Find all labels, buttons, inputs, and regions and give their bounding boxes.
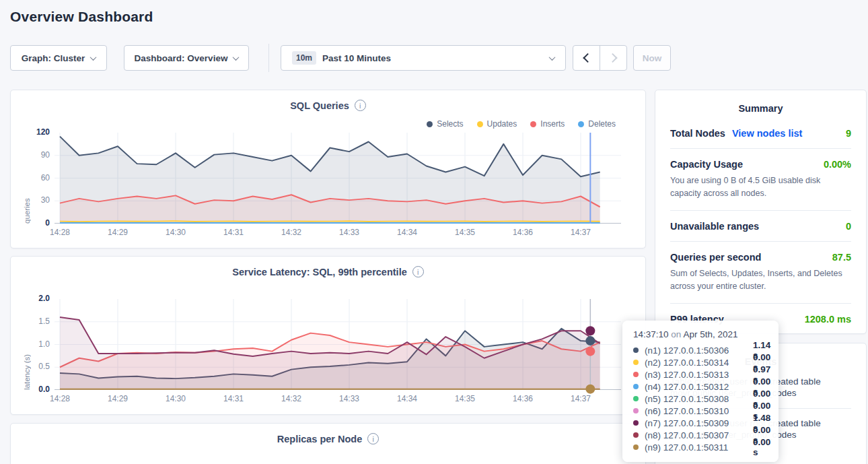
x-tick: 14:36 bbox=[507, 394, 539, 403]
tooltip-node-row: (n3) 127.0.0.1:503130.97 s bbox=[633, 368, 768, 380]
node-color-dot bbox=[633, 408, 639, 413]
y-tick: 0.0 bbox=[20, 385, 50, 394]
queries-per-second-value: 87.5 bbox=[832, 252, 851, 263]
node-address: (n3) 127.0.0.1:50313 bbox=[645, 370, 747, 380]
x-tick: 14:34 bbox=[391, 228, 423, 237]
x-tick: 14:35 bbox=[449, 394, 481, 403]
tooltip-node-row: (n8) 127.0.0.1:503070.00 s bbox=[633, 429, 768, 441]
legend-item-selects[interactable]: Selects bbox=[427, 119, 463, 129]
unavailable-ranges-label: Unavailable ranges bbox=[670, 221, 759, 232]
now-button[interactable]: Now bbox=[633, 45, 671, 71]
p99-latency-value: 1208.0 ms bbox=[805, 314, 851, 325]
summary-card: Summary Total Nodes View nodes list 9 Ca… bbox=[655, 90, 867, 334]
y-tick: 90 bbox=[20, 150, 50, 160]
y-tick: 0.5 bbox=[20, 362, 50, 371]
sql-queries-legend: SelectsUpdatesInsertsDeletes bbox=[427, 119, 616, 129]
x-tick: 14:31 bbox=[217, 394, 250, 403]
y-tick: 1.0 bbox=[20, 339, 50, 349]
node-address: (n7) 127.0.0.1:50309 bbox=[645, 418, 747, 428]
replicas-title-row: Replicas per Node i bbox=[11, 433, 645, 444]
chevron-left-icon bbox=[583, 53, 592, 63]
legend-dot bbox=[477, 121, 483, 127]
tooltip-node-row: (n2) 127.0.0.1:503140.00 s bbox=[633, 356, 768, 368]
legend-item-deletes[interactable]: Deletes bbox=[578, 119, 616, 129]
tooltip-node-row: (n9) 127.0.0.1:503110.00 s bbox=[633, 441, 768, 453]
legend-dot bbox=[530, 121, 536, 127]
x-tick: 14:35 bbox=[449, 228, 481, 237]
total-nodes-label: Total Nodes bbox=[670, 128, 725, 139]
replicas-per-node-card: Replicas per Node i bbox=[10, 423, 646, 464]
next-time-button[interactable] bbox=[600, 46, 626, 70]
x-tick: 14:33 bbox=[333, 394, 365, 403]
info-icon[interactable]: i bbox=[367, 433, 379, 444]
queries-per-second-label: Queries per second bbox=[670, 252, 761, 263]
graph-dropdown[interactable]: Graph: Cluster bbox=[10, 45, 107, 71]
tooltip-timestamp: 14:37:10 on Apr 5th, 2021 bbox=[633, 329, 768, 339]
node-latency-value: 0.00 s bbox=[753, 437, 770, 457]
x-tick: 14:29 bbox=[102, 228, 134, 237]
service-latency-card: Service Latency: SQL, 99th percentile i … bbox=[10, 256, 646, 415]
toolbar: Graph: Cluster Dashboard: Overview 10m P… bbox=[10, 45, 858, 71]
dashboard-dropdown-label: Dashboard: Overview bbox=[135, 53, 228, 63]
x-tick: 14:30 bbox=[159, 228, 192, 237]
node-address: (n8) 127.0.0.1:50307 bbox=[645, 430, 747, 440]
page-title: Overview Dashboard bbox=[10, 9, 153, 25]
summary-row-qps: Queries per second 87.5 Sum of Selects, … bbox=[670, 242, 851, 304]
view-nodes-list-link[interactable]: View nodes list bbox=[732, 128, 803, 139]
chevron-down-icon bbox=[549, 54, 556, 61]
legend-label: Inserts bbox=[540, 119, 565, 129]
y-tick: 2.0 bbox=[20, 294, 50, 303]
node-address: (n4) 127.0.0.1:50312 bbox=[645, 382, 747, 392]
summary-title: Summary bbox=[655, 90, 866, 114]
node-color-dot bbox=[633, 444, 639, 450]
node-address: (n1) 127.0.0.1:50306 bbox=[645, 345, 747, 356]
info-icon[interactable]: i bbox=[412, 266, 424, 277]
tooltip-node-row: (n4) 127.0.0.1:503120.00 s bbox=[633, 380, 768, 393]
x-tick: 14:36 bbox=[507, 228, 539, 237]
x-tick: 14:34 bbox=[391, 394, 423, 403]
sql-queries-chart[interactable] bbox=[55, 133, 621, 225]
capacity-usage-description: You are using 0 B of 4.5 GiB usable disk… bbox=[670, 174, 851, 201]
legend-label: Selects bbox=[437, 119, 463, 129]
y-tick: 120 bbox=[20, 127, 50, 137]
graph-dropdown-label: Graph: Cluster bbox=[22, 53, 85, 63]
sql-queries-card: SQL Queries i SelectsUpdatesInsertsDelet… bbox=[10, 90, 646, 248]
x-tick: 14:37 bbox=[565, 228, 597, 237]
y-tick: 1.5 bbox=[20, 317, 50, 326]
time-step-buttons bbox=[573, 45, 627, 71]
time-range-label: Past 10 Minutes bbox=[322, 53, 391, 63]
tooltip-node-row: (n1) 127.0.0.1:503061.14 s bbox=[633, 344, 768, 356]
x-tick: 14:29 bbox=[102, 394, 134, 403]
service-latency-title-row: Service Latency: SQL, 99th percentile i bbox=[11, 266, 645, 277]
service-latency-chart[interactable] bbox=[55, 299, 621, 391]
node-address: (n5) 127.0.0.1:50308 bbox=[645, 394, 747, 404]
node-color-dot bbox=[633, 432, 639, 438]
legend-label: Updates bbox=[487, 119, 517, 129]
queries-per-second-description: Sum of Selects, Updates, Inserts, and De… bbox=[670, 267, 851, 294]
x-tick: 14:30 bbox=[159, 394, 192, 403]
chart-hover-tooltip: 14:37:10 on Apr 5th, 2021 (n1) 127.0.0.1… bbox=[622, 321, 779, 462]
chevron-right-icon bbox=[608, 53, 617, 63]
node-address: (n2) 127.0.0.1:50314 bbox=[645, 358, 747, 368]
info-icon[interactable]: i bbox=[355, 100, 366, 111]
legend-item-updates[interactable]: Updates bbox=[477, 119, 517, 129]
x-tick: 14:37 bbox=[565, 394, 597, 403]
chevron-down-icon bbox=[233, 54, 240, 61]
x-tick: 14:28 bbox=[44, 228, 76, 237]
legend-dot bbox=[427, 121, 433, 127]
chevron-down-icon bbox=[90, 54, 97, 61]
legend-item-inserts[interactable]: Inserts bbox=[530, 119, 565, 129]
node-color-dot bbox=[633, 396, 639, 401]
total-nodes-value: 9 bbox=[846, 128, 851, 139]
tooltip-node-row: (n6) 127.0.0.1:503100.00 s bbox=[633, 405, 768, 417]
previous-time-button[interactable] bbox=[573, 46, 600, 70]
capacity-usage-value: 0.00% bbox=[824, 159, 851, 170]
time-range-badge: 10m bbox=[292, 51, 316, 65]
time-range-dropdown[interactable]: 10m Past 10 Minutes bbox=[281, 45, 566, 71]
node-color-dot bbox=[633, 420, 639, 426]
node-color-dot bbox=[633, 360, 639, 365]
dashboard-dropdown[interactable]: Dashboard: Overview bbox=[124, 45, 249, 71]
replicas-title: Replicas per Node bbox=[277, 434, 363, 444]
node-color-dot bbox=[633, 384, 639, 389]
x-tick: 14:28 bbox=[44, 394, 76, 403]
